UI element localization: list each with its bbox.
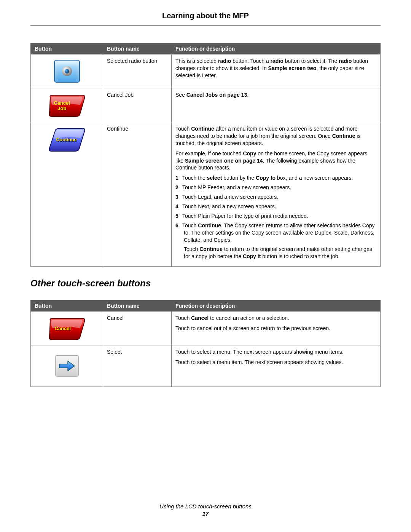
button-name: Cancel bbox=[103, 312, 172, 345]
cancel-job-label: CancelJob bbox=[54, 101, 70, 112]
table-row: Cancel Cancel Touch Cancel to cancel an … bbox=[31, 312, 381, 345]
button-desc: This is a selected radio button. Touch a… bbox=[172, 54, 381, 88]
th-desc: Function or description bbox=[172, 300, 381, 312]
continue-icon: Continue bbox=[48, 128, 86, 152]
button-name: Continue bbox=[103, 122, 172, 267]
cancel-job-icon: CancelJob bbox=[48, 94, 86, 117]
button-desc: Touch Continue after a menu item or valu… bbox=[172, 122, 381, 267]
th-name: Button name bbox=[103, 300, 172, 312]
button-name: Cancel Job bbox=[103, 88, 172, 122]
buttons-table-1: Button Button name Function or descripti… bbox=[30, 43, 381, 267]
table-row: Selected radio button This is a selected… bbox=[31, 54, 381, 88]
button-name: Select bbox=[103, 345, 172, 387]
selected-radio-icon bbox=[54, 60, 80, 83]
buttons-table-2: Button Button name Function or descripti… bbox=[30, 300, 381, 387]
cancel-icon: Cancel bbox=[48, 317, 86, 340]
continue-steps: 1Touch the select button by the Copy to … bbox=[175, 174, 376, 243]
table-row: Select Touch to select a menu. The next … bbox=[31, 345, 381, 387]
button-desc: Touch Cancel to cancel an action or a se… bbox=[172, 312, 381, 345]
button-desc: Touch to select a menu. The next screen … bbox=[172, 345, 381, 387]
page-number: 17 bbox=[0, 510, 411, 517]
page-footer: Using the LCD touch-screen buttons 17 bbox=[0, 503, 411, 517]
th-button: Button bbox=[31, 43, 103, 54]
button-name: Selected radio button bbox=[103, 54, 172, 88]
button-desc: See Cancel Jobs on page 13. bbox=[172, 88, 381, 122]
continue-label: Continue bbox=[56, 137, 77, 143]
select-arrow-icon bbox=[55, 355, 79, 377]
th-name: Button name bbox=[103, 43, 172, 54]
table-row: Continue Continue Touch Continue after a… bbox=[31, 122, 381, 267]
th-desc: Function or description bbox=[172, 43, 381, 54]
th-button: Button bbox=[31, 300, 103, 312]
page-title: Learning about the MFP bbox=[30, 11, 381, 26]
cancel-label: Cancel bbox=[55, 326, 71, 331]
table-row: CancelJob Cancel Job See Cancel Jobs on … bbox=[31, 88, 381, 122]
footer-caption: Using the LCD touch-screen buttons bbox=[0, 503, 411, 510]
subsection-heading: Other touch-screen buttons bbox=[30, 278, 381, 289]
